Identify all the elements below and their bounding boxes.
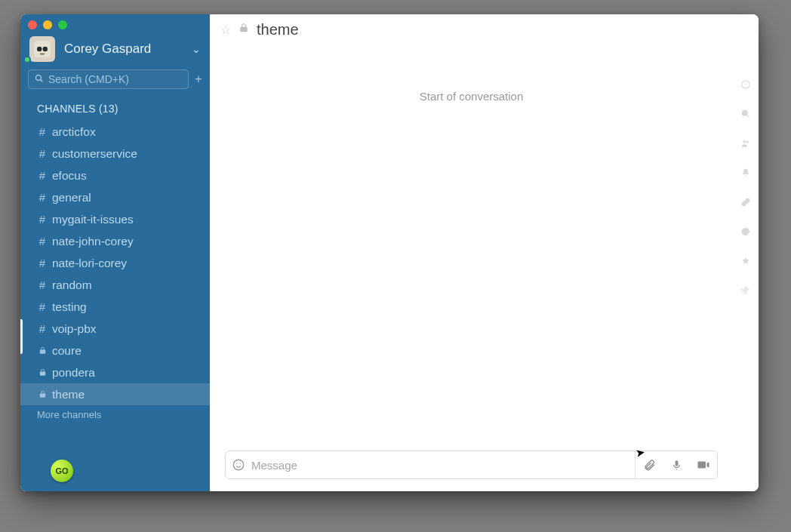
message-input[interactable]: [251, 459, 635, 472]
compose-wrap: [210, 451, 733, 491]
star-rail-icon[interactable]: [740, 256, 751, 269]
more-channels[interactable]: More channels: [20, 405, 210, 424]
channels-header: CHANNELS (13): [20, 100, 210, 121]
search-icon: [35, 74, 44, 85]
channel-item-nate-john-corey[interactable]: #nate-john-corey: [20, 230, 210, 252]
channel-label: pondera: [52, 366, 95, 380]
chevron-down-icon[interactable]: ⌄: [192, 43, 201, 55]
svg-point-8: [240, 463, 242, 465]
channel-label: mygait-it-issues: [52, 213, 134, 226]
search-row: +: [20, 69, 210, 100]
add-channel-button[interactable]: +: [195, 72, 202, 87]
hash-icon: #: [37, 235, 48, 248]
channel-label: theme: [52, 388, 85, 401]
hash-icon: #: [37, 257, 48, 269]
minimize-window-button[interactable]: [43, 20, 52, 29]
svg-point-1: [37, 47, 42, 52]
channel-label: testing: [52, 300, 87, 314]
hash-icon: #: [37, 300, 48, 313]
channel-label: nate-lori-corey: [52, 257, 127, 270]
hash-icon: #: [37, 213, 48, 226]
avatar: [29, 36, 55, 62]
content: ☆ theme Start of conversation: [210, 14, 733, 491]
compose-actions: [635, 451, 717, 478]
lock-icon: [37, 346, 48, 355]
svg-rect-3: [40, 53, 45, 54]
channel-label: arcticfox: [52, 125, 96, 139]
close-window-button[interactable]: [28, 20, 37, 29]
start-of-conversation: Start of conversation: [420, 90, 524, 103]
info-icon[interactable]: i: [740, 79, 751, 92]
sidebar-footer: GO: [20, 454, 210, 491]
main: ☆ theme Start of conversation: [210, 14, 759, 491]
channel-item-arcticfox[interactable]: #arcticfox: [20, 121, 210, 143]
unread-indicator: [20, 319, 23, 354]
channel-item-general[interactable]: #general: [20, 186, 210, 208]
pin-icon[interactable]: [740, 285, 751, 298]
channel-label: general: [52, 191, 91, 204]
svg-point-4: [36, 75, 42, 80]
current-user[interactable]: Corey Gaspard ⌄: [20, 32, 210, 69]
attach-icon[interactable]: [636, 459, 663, 472]
channel-label: coure: [52, 344, 82, 358]
star-icon[interactable]: ☆: [220, 23, 231, 37]
channel-label: customerservice: [52, 147, 137, 161]
hash-icon: #: [37, 191, 48, 204]
avatar-image: [32, 39, 52, 59]
svg-rect-0: [34, 41, 51, 57]
hash-icon: #: [37, 125, 48, 138]
svg-point-13: [743, 140, 746, 143]
channel-item-coure[interactable]: coure: [20, 340, 210, 361]
channel-item-efocus[interactable]: #efocus: [20, 165, 210, 186]
lock-icon: [37, 368, 48, 377]
window-controls: [20, 14, 210, 32]
hash-icon: #: [37, 278, 48, 291]
svg-point-11: [742, 110, 747, 115]
svg-point-6: [233, 460, 244, 470]
link-icon[interactable]: [740, 197, 751, 210]
channel-list: #arcticfox#customerservice#efocus#genera…: [20, 121, 210, 454]
svg-line-5: [41, 79, 43, 81]
channel-label: voip-pbx: [52, 322, 97, 336]
svg-line-12: [746, 115, 749, 117]
sidebar: Corey Gaspard ⌄ + CHANNELS (13) #arcticf…: [20, 14, 210, 491]
search-rail-icon[interactable]: [740, 109, 751, 121]
avatar-wrap: [29, 36, 55, 62]
svg-point-2: [43, 47, 48, 52]
hash-icon: #: [37, 169, 48, 182]
members-icon[interactable]: [740, 138, 751, 151]
channel-item-random[interactable]: #random: [20, 274, 210, 296]
app-window: Corey Gaspard ⌄ + CHANNELS (13) #arcticf…: [20, 14, 759, 491]
presence-indicator: [23, 56, 31, 63]
search-input[interactable]: [48, 73, 182, 85]
svg-point-14: [746, 141, 749, 143]
channel-item-theme[interactable]: theme: [20, 383, 210, 405]
svg-point-7: [236, 463, 238, 465]
notifications-icon[interactable]: [740, 168, 751, 180]
microphone-icon[interactable]: [663, 460, 690, 471]
lock-icon: [239, 23, 249, 36]
channel-item-nate-lori-corey[interactable]: #nate-lori-corey: [20, 252, 210, 274]
channel-item-voip-pbx[interactable]: #voip-pbx: [20, 318, 210, 340]
emoji-icon[interactable]: [226, 458, 251, 472]
video-icon[interactable]: [690, 458, 717, 472]
go-badge-label: GO: [55, 466, 68, 475]
go-badge[interactable]: GO: [51, 460, 73, 482]
hash-icon: #: [37, 147, 48, 160]
channel-label: random: [52, 278, 92, 292]
channel-title: theme: [257, 21, 299, 38]
channel-label: efocus: [52, 169, 87, 183]
channel-item-customerservice[interactable]: #customerservice: [20, 143, 210, 165]
user-name: Corey Gaspard: [64, 42, 192, 57]
zoom-window-button[interactable]: [58, 20, 67, 29]
search-box[interactable]: [28, 69, 189, 89]
hash-icon: #: [37, 322, 48, 335]
action-rail: i: [733, 14, 759, 491]
channel-item-mygait-it-issues[interactable]: #mygait-it-issues: [20, 208, 210, 230]
message-area: Start of conversation: [210, 45, 733, 451]
mention-icon[interactable]: [740, 226, 751, 239]
channel-label: nate-john-corey: [52, 235, 134, 248]
svg-text:i: i: [745, 81, 746, 87]
channel-item-pondera[interactable]: pondera: [20, 361, 210, 383]
channel-item-testing[interactable]: #testing: [20, 296, 210, 318]
